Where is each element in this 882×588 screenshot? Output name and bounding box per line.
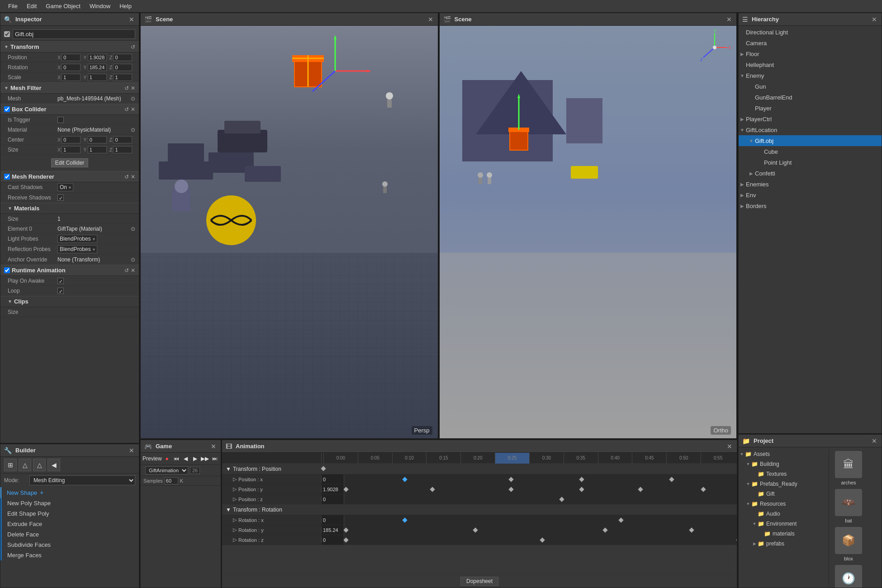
scene-ortho-viewport[interactable]: Y X Z Ortho [440,26,737,438]
inspector-close[interactable]: ✕ [128,16,135,23]
project-tree-item[interactable]: ▶ 📁 prefabs [739,539,829,549]
scene-persp-close[interactable]: ✕ [427,16,434,23]
game-back-btn[interactable]: ◀ [181,454,190,464]
builder-close[interactable]: ✕ [128,447,135,454]
box-collider-reset[interactable]: ↺ [124,106,129,113]
runtime-anim-close[interactable]: ✕ [131,267,135,274]
scale-x-input[interactable] [62,74,81,81]
edit-collider-button[interactable]: Edit Collider [51,158,89,167]
asset-item[interactable]: 🕐 clock [833,565,864,588]
builder-subdivide-faces[interactable]: Subdivide Faces [0,540,139,550]
project-tree-item[interactable]: ▼ 📁 Prefabs_Ready [739,479,829,489]
pos-z-input[interactable] [113,54,132,61]
game-next-btn[interactable]: ⏭ [210,454,219,464]
rot-y-input[interactable] [88,64,107,71]
runtime-anim-header[interactable]: Runtime Animation ↺ ✕ [0,265,139,276]
pos-z-anim-val[interactable] [322,494,344,504]
game-anim-select[interactable]: GiftAnimation [145,466,188,474]
project-close[interactable]: ✕ [871,437,878,445]
reflection-probes-dropdown[interactable]: BlendProbes ▾ [57,245,97,253]
builder-tool-3[interactable]: △ [33,459,46,471]
receive-shadows-check[interactable] [57,194,64,201]
play-on-awake-check[interactable] [57,278,64,284]
project-tree-item[interactable]: 📁 Gift [739,489,829,499]
hierarchy-item[interactable]: Point Light [739,157,882,168]
project-tree-item[interactable]: 📁 Textures [739,469,829,479]
rot-x-input[interactable] [62,64,81,71]
game-prev-btn[interactable]: ⏮ [172,454,181,464]
asset-item[interactable]: 🦇 bat [833,489,864,523]
game-record-btn[interactable]: ● [163,454,171,464]
mesh-renderer-header[interactable]: Mesh Renderer ↺ ✕ [0,171,139,182]
builder-extrude-face[interactable]: Extrude Face [0,519,139,529]
box-collider-close[interactable]: ✕ [131,106,135,113]
project-tree-item[interactable]: ▼ 📁 Building [739,459,829,469]
cast-shadows-dropdown[interactable]: On ▾ [57,183,73,191]
rot-y-anim-val[interactable] [322,525,344,535]
transform-rot-section[interactable]: ▼ Transform : Rotation [222,504,737,515]
project-tree-item[interactable]: 📁 materials [739,529,829,539]
material-target-icon[interactable]: ⊙ [131,127,135,133]
hierarchy-item[interactable]: ▼ Enemy [739,70,882,81]
rot-z-input[interactable] [113,64,132,71]
hierarchy-item[interactable]: ▶ Floor [739,48,882,59]
hierarchy-item[interactable]: Cube [739,146,882,157]
hierarchy-item[interactable]: ▶ Confetti [739,168,882,179]
scale-y-input[interactable] [88,74,107,81]
project-tree-item[interactable]: ▼ 📁 Resources [739,499,829,509]
runtime-anim-reset[interactable]: ↺ [124,267,129,274]
hierarchy-item[interactable]: ▶ Env [739,190,882,200]
game-fwd-btn[interactable]: ▶▶ [200,454,209,464]
element0-target-icon[interactable]: ⊙ [131,226,135,232]
builder-merge-faces[interactable]: Merge Faces [0,550,139,560]
rot-x-anim-val[interactable] [322,515,344,525]
obj-name-input[interactable] [13,29,135,39]
builder-new-shape[interactable]: New Shape + [0,487,139,498]
is-trigger-check[interactable] [57,117,64,123]
rot-z-anim-val[interactable] [322,535,344,545]
menu-window[interactable]: Window [85,1,115,11]
clips-subheader[interactable]: ▼ Clips [0,296,139,307]
box-collider-enabled[interactable] [4,106,10,112]
hierarchy-close[interactable]: ✕ [871,16,878,23]
builder-mode-select[interactable]: Mesh Editing [29,475,135,485]
hierarchy-item[interactable]: ▶ Enemies [739,179,882,190]
builder-edit-poly-shape[interactable]: Edit Shape Poly [0,508,139,519]
transform-header[interactable]: ▼ Transform ↺ [0,41,139,52]
builder-delete-face[interactable]: Delete Face [0,529,139,540]
materials-subheader[interactable]: ▼ Materials [0,203,139,214]
hierarchy-item[interactable]: Camera [739,38,882,48]
hierarchy-item[interactable]: Directional Light [739,27,882,38]
hierarchy-item[interactable]: Gun [739,81,882,92]
scene-persp-viewport[interactable]: Persp [141,26,438,438]
size-y-input[interactable] [88,146,107,153]
menu-file[interactable]: File [4,1,22,11]
builder-new-poly-shape[interactable]: New Poly Shape [0,498,139,508]
pos-x-anim-val[interactable] [322,474,344,484]
hierarchy-item[interactable]: Player [739,103,882,114]
asset-item[interactable]: 🏛 arches [833,451,864,485]
animation-close[interactable]: ✕ [726,443,733,450]
builder-tool-1[interactable]: ⊞ [4,459,17,471]
anchor-target-icon[interactable]: ⊙ [131,256,135,263]
menu-game-object[interactable]: Game Object [41,1,85,11]
center-y-input[interactable] [88,136,107,143]
hierarchy-item[interactable]: ▶ Borders [739,200,882,211]
scene-ortho-close[interactable]: ✕ [726,16,733,23]
project-tree-item[interactable]: ▼ 📁 Environment [739,519,829,529]
box-collider-header[interactable]: Box Collider ↺ ✕ [0,104,139,115]
hierarchy-item[interactable]: ▼ Gift.obj [739,135,882,146]
mesh-filter-reset[interactable]: ↺ [124,85,129,91]
hierarchy-item[interactable]: ▼ GiftLocation [739,124,882,135]
builder-tool-4[interactable]: ◀ [47,459,60,471]
mesh-filter-header[interactable]: ▼ Mesh Filter ↺ ✕ [0,82,139,94]
obj-active-checkbox[interactable] [4,31,10,37]
game-close[interactable]: ✕ [210,443,217,450]
asset-item[interactable]: 📦 blox [833,527,864,561]
builder-tool-2[interactable]: △ [19,459,31,471]
light-probes-dropdown[interactable]: BlendProbes ▾ [57,235,97,243]
transform-pos-section[interactable]: ▼ Transform : Position [222,464,737,474]
scale-z-input[interactable] [113,74,132,81]
mesh-renderer-close[interactable]: ✕ [131,174,135,180]
dopesheet-button[interactable]: Dopesheet [460,577,498,586]
